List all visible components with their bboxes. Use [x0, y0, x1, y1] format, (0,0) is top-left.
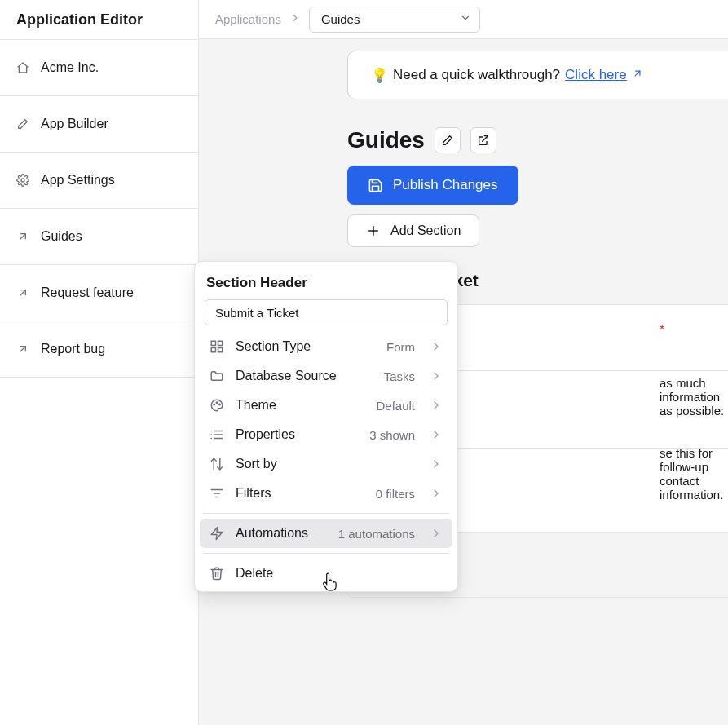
sidebar-item-request-feature[interactable]: Request feature	[0, 265, 198, 321]
chevron-down-icon	[460, 12, 471, 26]
popover-database-source[interactable]: Database Source Tasks	[200, 361, 452, 391]
sidebar-item-home[interactable]: Acme Inc.	[0, 40, 198, 96]
add-section-button[interactable]: Add Section	[347, 214, 479, 247]
popover-filters[interactable]: Filters 0 filters	[200, 479, 452, 508]
sidebar-item-report-bug[interactable]: Report bug	[0, 321, 198, 378]
svg-marker-20	[211, 528, 223, 540]
svg-point-8	[214, 404, 215, 405]
sidebar-item-label: Request feature	[41, 285, 134, 300]
chevron-right-icon	[430, 428, 443, 441]
sidebar-item-label: Report bug	[41, 342, 105, 356]
sidebar: Application Editor Acme Inc. App Builder…	[0, 0, 199, 725]
rename-button[interactable]	[435, 127, 461, 153]
callout-text: Need a quick walkthrough?	[393, 67, 560, 83]
popover-title: Section Header	[195, 270, 457, 299]
grid-icon	[210, 339, 224, 354]
sidebar-item-guides[interactable]: Guides	[0, 209, 198, 265]
sidebar-item-label: Guides	[41, 229, 82, 244]
plus-icon	[366, 223, 381, 238]
add-section-label: Add Section	[390, 223, 461, 238]
trash-icon	[210, 566, 224, 581]
popover-automations[interactable]: Automations 1 automations	[200, 519, 452, 548]
section-name-input[interactable]: Submit a Ticket	[205, 299, 448, 325]
walkthrough-callout: 💡 Need a quick walkthrough? Click here	[347, 51, 728, 99]
pencil-icon	[16, 117, 29, 130]
app-title: Application Editor	[0, 0, 198, 40]
breadcrumb-root[interactable]: Applications	[215, 12, 281, 26]
popover-theme[interactable]: Theme Default	[200, 391, 452, 420]
chevron-right-icon	[430, 487, 443, 500]
sidebar-item-label: App Builder	[41, 117, 108, 131]
external-link-icon	[632, 67, 643, 83]
svg-point-0	[21, 179, 24, 182]
lightbulb-emoji: 💡	[371, 67, 388, 84]
arrow-up-right-icon	[16, 286, 29, 299]
svg-point-9	[216, 402, 218, 404]
pencil-icon	[441, 134, 454, 147]
svg-rect-4	[211, 341, 215, 345]
chevron-right-icon	[289, 12, 301, 27]
chevron-right-icon	[430, 369, 443, 382]
house-icon	[16, 61, 29, 74]
chevron-right-icon	[430, 399, 443, 412]
save-icon	[368, 178, 383, 193]
svg-rect-5	[218, 341, 223, 345]
divider	[203, 513, 449, 514]
divider	[203, 553, 449, 554]
page-title: Guides	[347, 127, 425, 153]
sidebar-item-app-settings[interactable]: App Settings	[0, 153, 198, 209]
popover-sort-by[interactable]: Sort by	[200, 449, 452, 479]
publish-label: Publish Changes	[393, 177, 498, 193]
open-external-button[interactable]	[470, 127, 496, 153]
list-icon	[210, 427, 224, 442]
publish-button[interactable]: Publish Changes	[347, 166, 518, 205]
popover-properties[interactable]: Properties 3 shown	[200, 420, 452, 449]
svg-point-10	[219, 404, 221, 405]
chevron-right-icon	[430, 527, 443, 540]
sidebar-item-label: App Settings	[41, 173, 115, 188]
gear-icon	[16, 174, 29, 187]
section-settings-popover: Section Header Submit a Ticket Section T…	[194, 261, 458, 592]
external-link-icon	[477, 134, 490, 147]
chevron-right-icon	[430, 340, 443, 353]
sidebar-item-label: Acme Inc.	[41, 60, 99, 75]
sort-icon	[210, 457, 224, 471]
sidebar-item-app-builder[interactable]: App Builder	[0, 96, 198, 153]
filter-icon	[210, 486, 224, 501]
svg-rect-7	[211, 348, 215, 352]
breadcrumb-current: Guides	[321, 12, 360, 26]
arrow-up-right-icon	[16, 230, 29, 243]
arrow-up-right-icon	[16, 343, 29, 356]
popover-delete[interactable]: Delete	[200, 559, 452, 588]
bolt-icon	[210, 526, 224, 541]
breadcrumb-select[interactable]: Guides	[309, 7, 480, 33]
required-indicator: *	[660, 323, 664, 338]
svg-rect-6	[218, 348, 223, 352]
popover-section-type[interactable]: Section Type Form	[200, 332, 452, 361]
chevron-right-icon	[430, 458, 443, 471]
callout-link[interactable]: Click here	[565, 67, 627, 83]
breadcrumb-bar: Applications Guides	[199, 0, 728, 39]
folder-icon	[210, 369, 224, 383]
palette-icon	[210, 398, 224, 413]
page-title-row: Guides	[347, 127, 496, 153]
